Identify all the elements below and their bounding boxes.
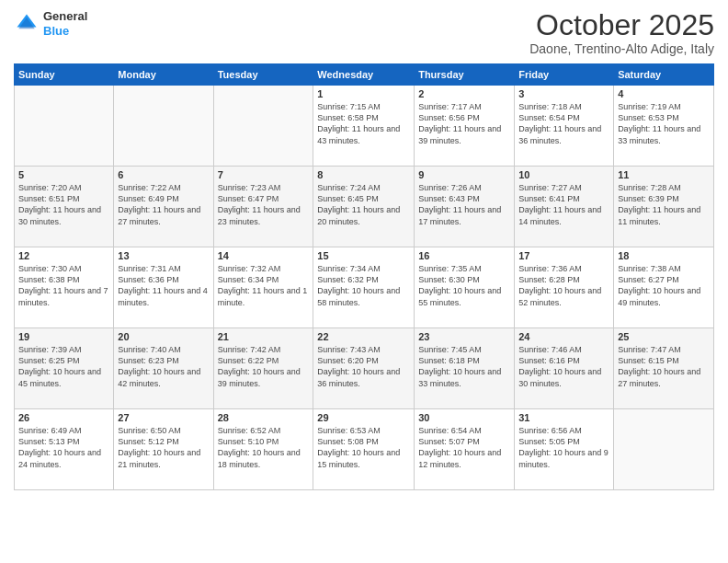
week-row-0: 1Sunrise: 7:15 AM Sunset: 6:58 PM Daylig… [15, 86, 714, 167]
day-info: Sunrise: 7:45 AM Sunset: 6:18 PM Dayligh… [418, 344, 510, 389]
table-row: 9Sunrise: 7:26 AM Sunset: 6:43 PM Daylig… [415, 167, 515, 247]
table-row: 8Sunrise: 7:24 AM Sunset: 6:45 PM Daylig… [313, 167, 415, 247]
table-row: 20Sunrise: 7:40 AM Sunset: 6:23 PM Dayli… [114, 328, 213, 409]
table-row: 26Sunrise: 6:49 AM Sunset: 5:13 PM Dayli… [15, 409, 114, 490]
header-wednesday: Wednesday [313, 64, 415, 86]
day-number: 9 [418, 169, 510, 180]
logo-text: General Blue [43, 9, 87, 38]
table-row: 24Sunrise: 7:46 AM Sunset: 6:16 PM Dayli… [515, 328, 614, 409]
location-subtitle: Daone, Trentino-Alto Adige, Italy [529, 41, 714, 56]
day-number: 14 [218, 250, 310, 261]
day-number: 8 [317, 169, 410, 180]
day-number: 17 [518, 250, 609, 261]
day-number: 25 [618, 331, 710, 342]
week-row-4: 26Sunrise: 6:49 AM Sunset: 5:13 PM Dayli… [15, 409, 714, 490]
table-row: 14Sunrise: 7:32 AM Sunset: 6:34 PM Dayli… [213, 247, 313, 328]
day-number: 5 [18, 169, 109, 180]
table-row: 25Sunrise: 7:47 AM Sunset: 6:15 PM Dayli… [614, 328, 714, 409]
table-row: 12Sunrise: 7:30 AM Sunset: 6:38 PM Dayli… [15, 247, 114, 328]
day-number: 4 [618, 88, 710, 99]
day-number: 30 [418, 412, 510, 423]
day-info: Sunrise: 7:23 AM Sunset: 6:47 PM Dayligh… [218, 182, 310, 227]
day-number: 19 [18, 331, 109, 342]
table-row: 16Sunrise: 7:35 AM Sunset: 6:30 PM Dayli… [415, 247, 515, 328]
month-title: October 2025 [529, 9, 714, 41]
table-row: 23Sunrise: 7:45 AM Sunset: 6:18 PM Dayli… [415, 328, 515, 409]
day-info: Sunrise: 7:43 AM Sunset: 6:20 PM Dayligh… [317, 344, 410, 389]
day-number: 29 [317, 412, 410, 423]
day-info: Sunrise: 7:39 AM Sunset: 6:25 PM Dayligh… [18, 344, 109, 389]
table-row: 21Sunrise: 7:42 AM Sunset: 6:22 PM Dayli… [213, 328, 313, 409]
title-block: October 2025 Daone, Trentino-Alto Adige,… [529, 9, 714, 56]
day-number: 7 [218, 169, 310, 180]
table-row [614, 409, 714, 490]
day-info: Sunrise: 6:50 AM Sunset: 5:12 PM Dayligh… [118, 425, 209, 470]
day-number: 2 [418, 88, 510, 99]
day-info: Sunrise: 7:34 AM Sunset: 6:32 PM Dayligh… [317, 263, 410, 308]
week-row-1: 5Sunrise: 7:20 AM Sunset: 6:51 PM Daylig… [15, 167, 714, 247]
day-info: Sunrise: 7:38 AM Sunset: 6:27 PM Dayligh… [618, 263, 710, 308]
table-row: 10Sunrise: 7:27 AM Sunset: 6:41 PM Dayli… [515, 167, 614, 247]
header-tuesday: Tuesday [213, 64, 313, 86]
day-number: 10 [518, 169, 609, 180]
table-row: 15Sunrise: 7:34 AM Sunset: 6:32 PM Dayli… [313, 247, 415, 328]
table-row: 2Sunrise: 7:17 AM Sunset: 6:56 PM Daylig… [415, 86, 515, 167]
day-info: Sunrise: 7:22 AM Sunset: 6:49 PM Dayligh… [118, 182, 209, 227]
day-number: 1 [317, 88, 410, 99]
table-row: 1Sunrise: 7:15 AM Sunset: 6:58 PM Daylig… [313, 86, 415, 167]
day-number: 16 [418, 250, 510, 261]
day-info: Sunrise: 6:54 AM Sunset: 5:07 PM Dayligh… [418, 425, 510, 470]
header-thursday: Thursday [415, 64, 515, 86]
day-info: Sunrise: 7:40 AM Sunset: 6:23 PM Dayligh… [118, 344, 209, 389]
day-number: 18 [618, 250, 710, 261]
header-saturday: Saturday [614, 64, 714, 86]
week-row-3: 19Sunrise: 7:39 AM Sunset: 6:25 PM Dayli… [15, 328, 714, 409]
table-row [15, 86, 114, 167]
table-row: 6Sunrise: 7:22 AM Sunset: 6:49 PM Daylig… [114, 167, 213, 247]
day-info: Sunrise: 7:17 AM Sunset: 6:56 PM Dayligh… [418, 101, 510, 146]
day-number: 27 [118, 412, 209, 423]
day-info: Sunrise: 6:56 AM Sunset: 5:05 PM Dayligh… [518, 425, 609, 470]
day-info: Sunrise: 7:19 AM Sunset: 6:53 PM Dayligh… [618, 101, 710, 146]
day-info: Sunrise: 7:42 AM Sunset: 6:22 PM Dayligh… [218, 344, 310, 389]
day-info: Sunrise: 7:32 AM Sunset: 6:34 PM Dayligh… [218, 263, 310, 308]
table-row: 18Sunrise: 7:38 AM Sunset: 6:27 PM Dayli… [614, 247, 714, 328]
header-sunday: Sunday [15, 64, 114, 86]
week-row-2: 12Sunrise: 7:30 AM Sunset: 6:38 PM Dayli… [15, 247, 714, 328]
table-row [213, 86, 313, 167]
day-number: 12 [18, 250, 109, 261]
day-info: Sunrise: 7:36 AM Sunset: 6:28 PM Dayligh… [518, 263, 609, 308]
table-row: 28Sunrise: 6:52 AM Sunset: 5:10 PM Dayli… [213, 409, 313, 490]
table-row: 7Sunrise: 7:23 AM Sunset: 6:47 PM Daylig… [213, 167, 313, 247]
table-row: 17Sunrise: 7:36 AM Sunset: 6:28 PM Dayli… [515, 247, 614, 328]
table-row: 19Sunrise: 7:39 AM Sunset: 6:25 PM Dayli… [15, 328, 114, 409]
weekday-header-row: Sunday Monday Tuesday Wednesday Thursday… [15, 64, 714, 86]
table-row: 31Sunrise: 6:56 AM Sunset: 5:05 PM Dayli… [515, 409, 614, 490]
day-number: 28 [218, 412, 310, 423]
day-info: Sunrise: 6:49 AM Sunset: 5:13 PM Dayligh… [18, 425, 109, 470]
table-row: 27Sunrise: 6:50 AM Sunset: 5:12 PM Dayli… [114, 409, 213, 490]
day-info: Sunrise: 7:47 AM Sunset: 6:15 PM Dayligh… [618, 344, 710, 389]
header: General Blue October 2025 Daone, Trentin… [14, 9, 714, 56]
day-number: 22 [317, 331, 410, 342]
header-friday: Friday [515, 64, 614, 86]
logo-general: General [43, 9, 87, 24]
table-row [114, 86, 213, 167]
logo: General Blue [14, 9, 87, 38]
day-number: 21 [218, 331, 310, 342]
day-info: Sunrise: 7:27 AM Sunset: 6:41 PM Dayligh… [518, 182, 609, 227]
table-row: 30Sunrise: 6:54 AM Sunset: 5:07 PM Dayli… [415, 409, 515, 490]
day-number: 24 [518, 331, 609, 342]
day-info: Sunrise: 7:30 AM Sunset: 6:38 PM Dayligh… [18, 263, 109, 308]
day-number: 31 [518, 412, 609, 423]
table-row: 3Sunrise: 7:18 AM Sunset: 6:54 PM Daylig… [515, 86, 614, 167]
day-info: Sunrise: 7:28 AM Sunset: 6:39 PM Dayligh… [618, 182, 710, 227]
day-number: 15 [317, 250, 410, 261]
day-info: Sunrise: 7:20 AM Sunset: 6:51 PM Dayligh… [18, 182, 109, 227]
day-number: 3 [518, 88, 609, 99]
table-row: 11Sunrise: 7:28 AM Sunset: 6:39 PM Dayli… [614, 167, 714, 247]
day-info: Sunrise: 7:35 AM Sunset: 6:30 PM Dayligh… [418, 263, 510, 308]
day-number: 20 [118, 331, 209, 342]
day-info: Sunrise: 7:24 AM Sunset: 6:45 PM Dayligh… [317, 182, 410, 227]
day-number: 6 [118, 169, 209, 180]
